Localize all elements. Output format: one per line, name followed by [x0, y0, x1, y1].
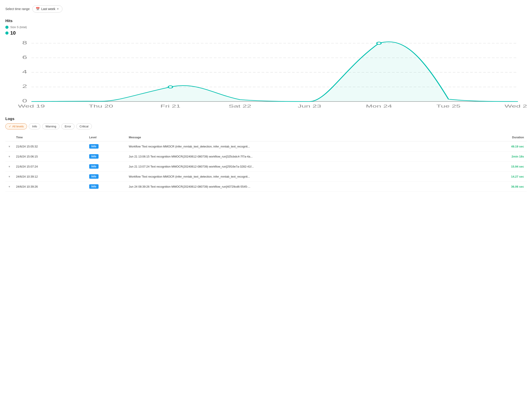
row-time: 21/6/24 15:06:15: [13, 151, 87, 161]
row-level: Info: [87, 181, 126, 192]
duration-value: 2min 18s: [512, 155, 524, 158]
filter-warning[interactable]: Warning: [42, 123, 60, 130]
table-row: ▼24/6/24 10:39:12InfoWorkflow 'Text reco…: [5, 171, 527, 181]
table-row: ▼21/6/24 15:07:24InfoJun 21 13:07:24 Tex…: [5, 161, 527, 171]
row-time: 21/6/24 15:05:32: [13, 141, 87, 151]
svg-text:Thu 20: Thu 20: [89, 104, 113, 109]
row-message: Workflow 'Text recognition MMOCR (infer_…: [126, 141, 478, 151]
row-message: Jun 21 13:07:24 Text recognition MMOCR(2…: [126, 161, 478, 171]
table-row: ▼24/6/24 10:39:26InfoJun 24 08:39:26 Tex…: [5, 181, 527, 192]
legend-dot-2: [5, 31, 9, 35]
row-toggle-icon[interactable]: ▼: [8, 185, 11, 188]
duration-value: 36.06 sec: [511, 185, 524, 188]
col-duration: Duration: [477, 133, 527, 141]
row-time: 24/6/24 10:39:12: [13, 171, 87, 181]
col-toggle: [5, 133, 13, 141]
svg-point-18: [168, 86, 173, 88]
filter-warning-label: Warning: [46, 125, 56, 128]
chart-container: 0 2 4 6 8 Wed 19 Thu 20 Fri 21 Sat 22 Ju…: [5, 37, 527, 109]
row-duration: 49.19 sec: [477, 141, 527, 151]
filter-error[interactable]: Error: [61, 123, 74, 130]
calendar-icon: 📅: [36, 7, 40, 11]
level-badge: Info: [89, 184, 98, 189]
svg-text:Wed 26: Wed 26: [505, 104, 527, 109]
row-toggle-icon[interactable]: ▼: [8, 165, 11, 168]
svg-text:Wed 19: Wed 19: [18, 104, 45, 109]
table-header-row: Time Level Message Duration: [5, 133, 527, 141]
level-badge: Info: [89, 154, 98, 159]
row-toggle-icon[interactable]: ▼: [8, 175, 11, 178]
filter-error-label: Error: [65, 125, 71, 128]
filter-all-levels[interactable]: ✓ All levels: [5, 123, 27, 130]
log-table: Time Level Message Duration ▼21/6/24 15:…: [5, 133, 527, 192]
svg-text:0: 0: [22, 98, 27, 104]
legend-dot: [5, 26, 9, 29]
col-time: Time: [13, 133, 87, 141]
row-duration: 14.27 sec: [477, 171, 527, 181]
time-range-row: Select time range 📅 Last week ▼: [5, 5, 527, 12]
row-message: Jun 21 13:06:15 Text recognition MMOCR(2…: [126, 151, 478, 161]
row-time: 21/6/24 15:07:24: [13, 161, 87, 171]
svg-text:Mon 24: Mon 24: [366, 104, 392, 109]
row-level: Info: [87, 171, 126, 181]
svg-text:Sat 22: Sat 22: [229, 104, 251, 109]
hits-total-value: 10: [10, 30, 15, 36]
table-row: ▼21/6/24 15:05:32InfoWorkflow 'Text reco…: [5, 141, 527, 151]
svg-text:2: 2: [22, 84, 27, 89]
legend-row: Size S (total): [5, 26, 527, 29]
filter-info[interactable]: Info: [29, 123, 40, 130]
hits-section: Hits Size S (total) 10 0 2 4 6 8 Wed 19: [5, 19, 527, 109]
filter-critical-label: Critical: [80, 125, 88, 128]
row-time: 24/6/24 10:39:26: [13, 181, 87, 192]
filter-critical[interactable]: Critical: [76, 123, 92, 130]
row-level: Info: [87, 141, 126, 151]
svg-text:Jun 23: Jun 23: [298, 104, 321, 109]
row-duration: 15.94 sec: [477, 161, 527, 171]
time-range-value: Last week: [41, 7, 55, 11]
svg-text:6: 6: [22, 55, 27, 60]
col-message: Message: [126, 133, 478, 141]
duration-value: 14.27 sec: [511, 175, 524, 178]
logs-section: Logs ✓ All levels Info Warning Error Cri…: [5, 117, 527, 192]
time-range-label: Select time range: [5, 7, 30, 11]
svg-text:8: 8: [22, 40, 27, 46]
col-level: Level: [87, 133, 126, 141]
logs-title: Logs: [5, 117, 527, 121]
svg-text:4: 4: [22, 69, 27, 74]
row-toggle-icon[interactable]: ▼: [8, 145, 11, 148]
svg-point-19: [377, 42, 381, 44]
filter-all-label: All levels: [12, 125, 24, 128]
filter-info-label: Info: [32, 125, 37, 128]
legend-label: Size S (total): [10, 26, 27, 29]
row-duration: 2min 18s: [477, 151, 527, 161]
hits-chart: 0 2 4 6 8 Wed 19 Thu 20 Fri 21 Sat 22 Ju…: [5, 37, 527, 109]
duration-value: 15.94 sec: [511, 165, 524, 168]
level-badge: Info: [89, 144, 98, 149]
level-badge: Info: [89, 174, 98, 179]
svg-text:Tue 25: Tue 25: [436, 104, 460, 109]
row-toggle-icon[interactable]: ▼: [8, 155, 11, 158]
row-level: Info: [87, 161, 126, 171]
row-message: Workflow 'Text recognition MMOCR (infer_…: [126, 171, 478, 181]
row-message: Jun 24 08:39:26 Text recognition MMOCR(2…: [126, 181, 478, 192]
level-badge: Info: [89, 164, 98, 169]
svg-text:Fri 21: Fri 21: [161, 104, 181, 109]
chevron-down-icon: ▼: [57, 8, 59, 10]
hits-title: Hits: [5, 19, 527, 23]
duration-value: 49.19 sec: [511, 145, 524, 148]
row-level: Info: [87, 151, 126, 161]
row-duration: 36.06 sec: [477, 181, 527, 192]
time-range-button[interactable]: 📅 Last week ▼: [32, 5, 62, 12]
table-row: ▼21/6/24 15:06:15InfoJun 21 13:06:15 Tex…: [5, 151, 527, 161]
legend-value-row: 10: [5, 30, 527, 36]
check-icon: ✓: [9, 125, 11, 128]
filter-row: ✓ All levels Info Warning Error Critical: [5, 123, 527, 130]
